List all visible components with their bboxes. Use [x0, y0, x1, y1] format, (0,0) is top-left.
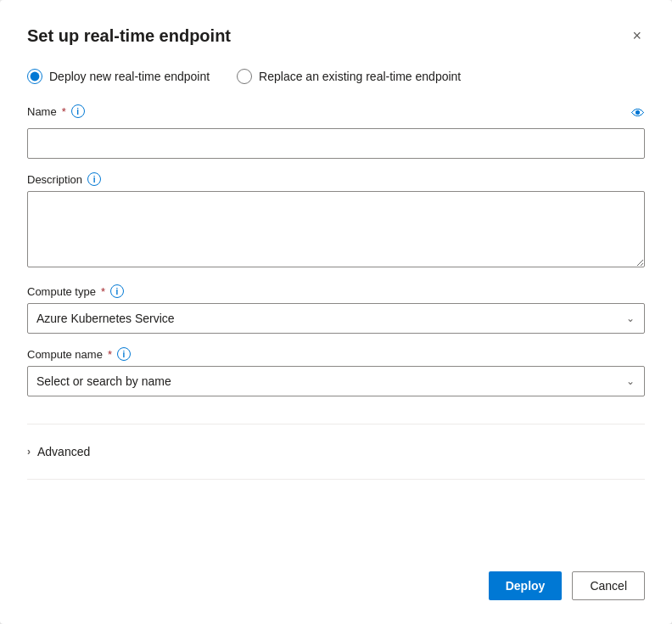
radio-group: Deploy new real-time endpoint Replace an… — [27, 69, 645, 84]
description-label-group: Description i — [27, 172, 645, 186]
cancel-button[interactable]: Cancel — [572, 571, 645, 600]
close-button[interactable]: × — [629, 24, 645, 48]
compute-name-select-wrapper: Select or search by name ⌄ — [27, 366, 645, 396]
advanced-chevron-icon: › — [27, 446, 31, 458]
name-label-text: Name — [27, 105, 57, 118]
dialog-footer: Deploy Cancel — [27, 544, 645, 600]
dialog-title: Set up real-time endpoint — [27, 26, 231, 46]
spacer — [27, 493, 645, 544]
compute-name-label-text: Compute name — [27, 348, 103, 361]
radio-input-existing[interactable] — [237, 69, 252, 84]
compute-name-field: Compute name * i Select or search by nam… — [27, 347, 645, 396]
name-info-icon[interactable]: i — [71, 104, 85, 118]
description-info-icon[interactable]: i — [87, 172, 101, 186]
compute-type-select-wrapper: Azure Kubernetes Service Azure Container… — [27, 303, 645, 334]
compute-type-select[interactable]: Azure Kubernetes Service Azure Container… — [27, 303, 645, 334]
setup-dialog: Set up real-time endpoint × Deploy new r… — [0, 0, 672, 624]
name-input[interactable] — [27, 128, 645, 159]
radio-label-existing: Replace an existing real-time endpoint — [259, 70, 461, 83]
compute-type-field: Compute type * i Azure Kubernetes Servic… — [27, 284, 645, 334]
dialog-header: Set up real-time endpoint × — [27, 24, 645, 48]
radio-input-new[interactable] — [27, 69, 42, 84]
name-field: Name * i 👁 — [27, 104, 645, 159]
name-required-star: * — [62, 105, 66, 118]
top-divider — [27, 424, 645, 424]
name-label-group: Name * i — [27, 104, 85, 118]
advanced-section[interactable]: › Advanced — [27, 438, 645, 465]
radio-option-existing[interactable]: Replace an existing real-time endpoint — [237, 69, 461, 84]
compute-name-select[interactable]: Select or search by name — [27, 366, 645, 396]
description-label-text: Description — [27, 173, 82, 186]
compute-type-label-text: Compute type — [27, 285, 96, 298]
compute-name-label-group: Compute name * i — [27, 347, 645, 361]
deploy-button[interactable]: Deploy — [489, 571, 563, 600]
name-label-row: Name * i 👁 — [27, 104, 645, 123]
compute-name-required-star: * — [108, 348, 112, 361]
description-field: Description i — [27, 172, 645, 271]
compute-type-label-group: Compute type * i — [27, 284, 645, 298]
radio-label-new: Deploy new real-time endpoint — [49, 70, 210, 83]
radio-option-new[interactable]: Deploy new real-time endpoint — [27, 69, 210, 84]
name-eye-icon[interactable]: 👁 — [631, 106, 645, 121]
compute-type-required-star: * — [101, 285, 105, 298]
description-input[interactable] — [27, 191, 645, 267]
bottom-divider — [27, 479, 645, 480]
compute-type-info-icon[interactable]: i — [110, 284, 124, 298]
compute-name-info-icon[interactable]: i — [117, 347, 131, 361]
advanced-label: Advanced — [37, 445, 90, 458]
